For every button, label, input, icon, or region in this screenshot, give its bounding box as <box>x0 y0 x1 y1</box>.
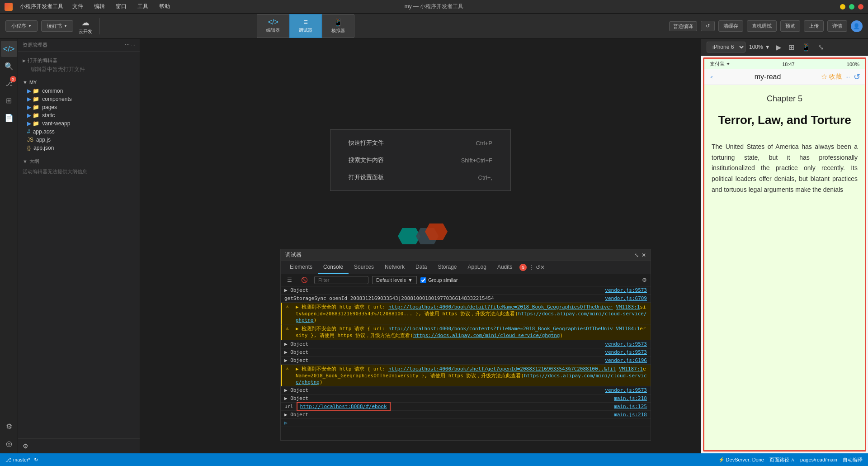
devtools-close-tab-icon[interactable]: ✕ <box>540 264 545 271</box>
window-title: my — 小程序开发者工具 <box>405 3 464 10</box>
cloud-btn[interactable]: ☁ 云开发 <box>79 18 92 35</box>
local-machine-btn[interactable]: 直机调试 <box>747 20 777 32</box>
clear-cache-btn[interactable]: 清缓存 <box>718 20 743 32</box>
sidebar-icon-search[interactable]: 🔍 <box>1 58 17 74</box>
file-app-json[interactable]: {} app.json <box>18 144 140 152</box>
outline-section: ▼ 大纲 活动编辑器无法提供大纲信息 <box>18 154 140 179</box>
tab-applog[interactable]: AppLog <box>462 261 492 274</box>
tab-storage[interactable]: Storage <box>432 261 462 274</box>
source-link[interactable]: main.js:218 <box>614 395 647 401</box>
devtools-expand-icon[interactable]: ⤡ <box>634 252 639 258</box>
device-select[interactable]: iPhone 6 <box>707 42 745 52</box>
fullscreen-btn[interactable]: ⤡ <box>816 42 826 52</box>
outline-title[interactable]: ▼ 大纲 <box>18 156 140 166</box>
warn-link[interactable]: http://localhost:4000/book/detail?fileNa… <box>388 304 613 310</box>
warn-link2[interactable]: http://localhost:4000/book/contents?file… <box>388 326 613 332</box>
devtools-refresh-icon[interactable]: ↺ <box>536 264 540 271</box>
win-close[interactable] <box>858 4 863 10</box>
sidebar-icon-git[interactable]: ⎇ 3 <box>1 75 17 91</box>
folder-pages[interactable]: ▶ 📁 pages <box>18 103 140 111</box>
menu-window[interactable]: 窗口 <box>114 3 128 10</box>
devtools-close-icon[interactable]: ✕ <box>642 252 646 258</box>
tab-console[interactable]: Console <box>318 261 349 274</box>
default-levels-select[interactable]: Default levels ▼ <box>372 276 417 284</box>
compile-select[interactable]: 普通编译 <box>669 21 697 31</box>
refresh-btn[interactable]: ↺ <box>701 21 715 31</box>
menu-edit[interactable]: 编辑 <box>92 3 107 10</box>
group-similar-checkbox[interactable]: Group similar <box>420 277 458 283</box>
group-similar-input[interactable] <box>420 277 426 283</box>
settings-icon[interactable]: ⚙ <box>18 438 140 453</box>
sidebar-icon-file[interactable]: 📄 <box>1 109 17 126</box>
ebook-url-link[interactable]: http://localhost:8088/#/ebook <box>300 404 387 409</box>
sync-icon[interactable]: ↻ <box>34 457 38 463</box>
project-btn[interactable]: 读好书 ▼ <box>41 20 73 32</box>
git-branch[interactable]: ⎇ master* <box>5 457 30 463</box>
menu-file[interactable]: 文件 <box>71 3 85 10</box>
folder-common[interactable]: ▶ 📁 common <box>18 87 140 95</box>
source-link[interactable]: vendor.js:6196 <box>605 357 647 363</box>
play-btn[interactable]: ▶ <box>774 42 783 52</box>
preview-btn[interactable]: 预览 <box>780 20 800 32</box>
status-right: ⚡ DevServer: Done 页面路径 ∧ pages/read/main… <box>718 456 863 463</box>
win-minimize[interactable] <box>840 4 845 10</box>
sidebar-icon-extensions[interactable]: ⊞ <box>1 92 17 109</box>
git-badge: 3 <box>10 76 16 82</box>
details-btn[interactable]: 详情 <box>827 20 847 32</box>
source-link[interactable]: vendor.js:9573 <box>605 387 647 393</box>
source-link[interactable]: vendor.js:6709 <box>605 295 647 301</box>
tab-network[interactable]: Network <box>379 261 410 274</box>
tab-audits[interactable]: Audits <box>492 261 518 274</box>
warn-link3[interactable]: http://localhost:4000/book/shelf/get?ope… <box>388 366 616 372</box>
open-editors-title[interactable]: ▶ 打开的编辑器 <box>18 55 140 65</box>
simulator-btn[interactable]: 📱 模拟器 <box>322 14 354 38</box>
source-link[interactable]: vendor.js:9573 <box>605 341 647 347</box>
more-btn[interactable]: ··· <box>845 74 850 80</box>
devtools-panel: 调试器 ⤡ ✕ Elements Console Sources Network… <box>280 249 651 441</box>
sidebar-icon-remote[interactable]: ◎ <box>1 435 17 452</box>
sidebar-icon-explorer[interactable]: </> <box>1 41 17 57</box>
folder-components[interactable]: ▶ 📁 components <box>18 95 140 103</box>
nav-refresh-btn[interactable]: ↺ <box>854 72 860 82</box>
phone-btn[interactable]: 📱 <box>800 42 812 52</box>
filter-input[interactable] <box>314 276 368 284</box>
file-app-js[interactable]: JS app.js <box>18 136 140 144</box>
menu-help[interactable]: 帮助 <box>157 3 172 10</box>
zoom-display: 100% ▼ <box>749 44 770 50</box>
source-link[interactable]: main.js:125 <box>614 404 647 409</box>
folder-vant-weapp[interactable]: ▶ 📁 vant-weapp <box>18 119 140 128</box>
debugger-btn[interactable]: ≡ 调试器 <box>289 14 322 38</box>
menu-tools[interactable]: 工具 <box>136 3 150 10</box>
phone-frame: 支付宝 ✦ 18:47 100% ＜ my-read ☆ 收藏 ··· ↺ Ch… <box>703 57 866 452</box>
my-folder-label[interactable]: ▼ MY <box>18 78 140 87</box>
warn-icon: ⚠ <box>286 366 292 371</box>
tab-data[interactable]: Data <box>410 261 432 274</box>
tab-sources[interactable]: Sources <box>349 261 379 274</box>
back-btn[interactable]: ＜ <box>709 73 714 81</box>
status-bar-bottom: ⎇ master* ↻ ⚡ DevServer: Done 页面路径 ∧ pag… <box>0 453 868 466</box>
nav-title: my-read <box>755 73 781 81</box>
win-maximize[interactable] <box>849 4 854 10</box>
folder-static[interactable]: ▶ 📁 static <box>18 111 140 119</box>
alipay-link2[interactable]: https://docs.alipay.com/mini/cloud-servi… <box>413 333 560 338</box>
tab-elements[interactable]: Elements <box>284 261 318 274</box>
editor-btn[interactable]: </> 编辑器 <box>257 14 289 38</box>
source-link[interactable]: vendor.js:9573 <box>605 287 647 293</box>
alipay-link3[interactable]: https://docs.alipay.com/mini/cloud-servi… <box>296 373 647 385</box>
warn-icon: ⚠ <box>286 325 292 331</box>
sidebar-icon-debug[interactable]: ⚙ <box>1 418 17 434</box>
file-app-acss[interactable]: # app.acss <box>18 128 140 136</box>
console-row: getStorageSync openId 2088312169033543|2… <box>281 295 651 303</box>
console-settings-icon[interactable]: ⚙ <box>642 277 647 283</box>
mini-program-btn[interactable]: 小程序 ▼ <box>5 20 38 32</box>
my-chevron: ▼ <box>23 80 28 85</box>
alipay-link[interactable]: https://docs.alipay.com/mini/cloud-servi… <box>296 311 647 323</box>
devtools-menu-icon[interactable]: ⋮ <box>528 264 534 271</box>
clear-console-btn[interactable]: 🚫 <box>298 276 311 284</box>
grid-btn[interactable]: ⊞ <box>787 42 796 52</box>
source-link[interactable]: main.js:218 <box>614 412 647 418</box>
source-link[interactable]: vendor.js:9573 <box>605 349 647 355</box>
bookmark-btn[interactable]: ☆ 收藏 <box>821 73 842 81</box>
upload-btn[interactable]: 上传 <box>804 20 824 32</box>
sidebar-toggle-btn[interactable]: ☰ <box>284 276 295 284</box>
